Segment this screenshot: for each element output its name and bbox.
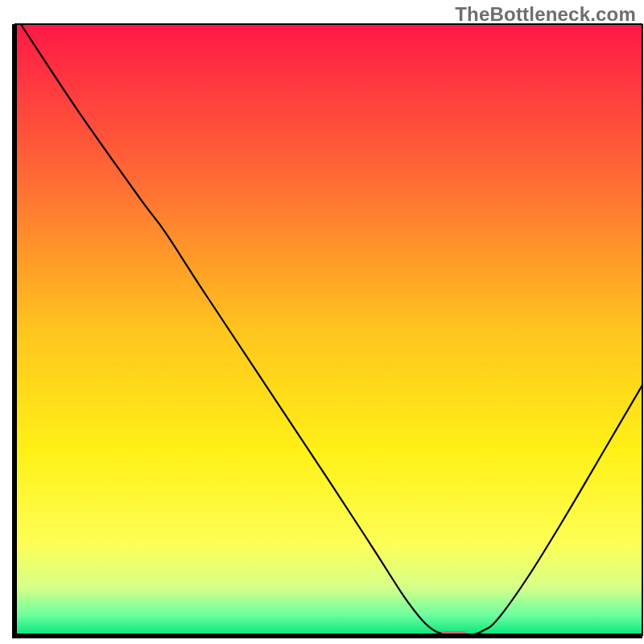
- chart-frame: TheBottleneck.com: [0, 0, 644, 644]
- watermark-text: TheBottleneck.com: [455, 3, 636, 26]
- bottleneck-chart: [0, 0, 644, 644]
